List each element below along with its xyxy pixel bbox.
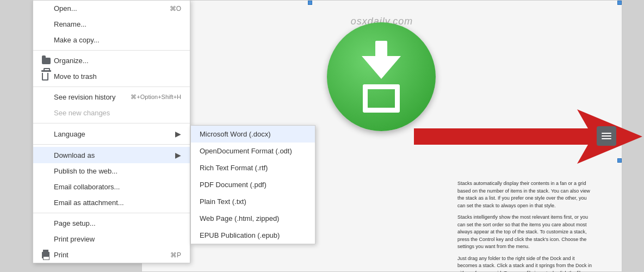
submenu-item-odt[interactable]: OpenDocument Format (.odt) (191, 143, 315, 159)
menu-item-print-preview-label: Print preview (54, 235, 95, 243)
menu-item-open[interactable]: Open... ⌘O (33, 1, 190, 16)
menu-item-email-collaborators-label: Email collaborators... (54, 183, 120, 191)
menu-item-see-revision-history-label: See revision history (54, 93, 115, 101)
menu-item-make-copy-label: Make a copy... (54, 36, 100, 44)
menu-item-print[interactable]: Print ⌘P (33, 247, 190, 263)
submenu-item-rtf-label: Rich Text Format (.rtf) (200, 164, 268, 172)
menu-item-print-shortcut: ⌘P (170, 251, 181, 259)
folder-icon (42, 58, 51, 64)
trash-icon (42, 73, 48, 81)
menu-item-email-collaborators[interactable]: Email collaborators... (33, 179, 190, 195)
submenu-item-html-label: Web Page (.html, zipped) (200, 214, 279, 222)
menu-item-publish-to-web[interactable]: Publish to the web... (33, 163, 190, 179)
menu-item-publish-to-web-label: Publish to the web... (54, 167, 117, 175)
menu-item-open-label: Open... (54, 4, 77, 13)
menu-item-language[interactable]: Language ▶ (33, 126, 190, 142)
download-as-submenu: Microsoft Word (.docx) OpenDocument Form… (190, 125, 315, 244)
menu-item-organize[interactable]: Organize... (33, 53, 190, 69)
submenu-item-docx[interactable]: Microsoft Word (.docx) (191, 126, 315, 143)
submenu-item-txt-label: Plain Text (.txt) (200, 197, 246, 206)
submenu-item-odt-label: OpenDocument Format (.odt) (200, 147, 292, 155)
context-menu: Open... ⌘O Rename... Make a copy... Orga… (33, 0, 190, 263)
submenu-item-pdf-label: PDF Document (.pdf) (200, 181, 267, 189)
menu-item-rename-label: Rename... (54, 20, 86, 28)
menu-item-make-copy[interactable]: Make a copy... (33, 32, 190, 48)
doc-text-area: Stacks automatically display their conte… (457, 180, 595, 272)
menu-item-move-to-trash-label: Move to trash (54, 72, 97, 81)
menu-item-language-label: Language (54, 130, 85, 138)
menu-item-open-shortcut: ⌘O (170, 5, 181, 13)
selection-handle-tr (617, 1, 622, 5)
menu-item-revision-shortcut: ⌘+Option+Shift+H (131, 94, 181, 101)
submenu-item-pdf[interactable]: PDF Document (.pdf) (191, 176, 315, 193)
chevron-right-download-icon: ▶ (175, 151, 181, 159)
submenu-item-docx-label: Microsoft Word (.docx) (200, 130, 271, 138)
chevron-right-icon: ▶ (175, 129, 181, 138)
menu-divider-1 (33, 50, 190, 51)
print-icon (42, 252, 49, 258)
menu-divider-4 (33, 144, 190, 145)
selection-handle-tl (308, 1, 312, 5)
menu-item-download-as[interactable]: Download as ▶ (33, 147, 190, 163)
menu-item-move-to-trash[interactable]: Move to trash (33, 69, 190, 84)
menu-item-page-setup[interactable]: Page setup... (33, 215, 190, 231)
submenu-item-rtf[interactable]: Rich Text Format (.rtf) (191, 159, 315, 176)
menu-divider-5 (33, 213, 190, 213)
submenu-item-txt[interactable]: Plain Text (.txt) (191, 193, 315, 210)
submenu-item-epub[interactable]: EPUB Publication (.epub) (191, 227, 315, 244)
menu-item-page-setup-label: Page setup... (54, 219, 96, 227)
menu-item-print-label: Print (54, 251, 69, 259)
menu-item-download-as-label: Download as (54, 151, 95, 159)
sidebar-toggle-icon[interactable] (597, 126, 616, 146)
menu-item-print-preview[interactable]: Print preview (33, 231, 190, 247)
menu-item-email-as-attachment-label: Email as attachment... (54, 199, 124, 207)
menu-item-see-revision-history[interactable]: See revision history ⌘+Option+Shift+H (33, 89, 190, 105)
menu-item-see-new-changes: See new changes (33, 105, 190, 121)
menu-item-email-as-attachment[interactable]: Email as attachment... (33, 195, 190, 211)
menu-divider-3 (33, 123, 190, 123)
menu-divider-2 (33, 86, 190, 87)
submenu-item-epub-label: EPUB Publication (.epub) (200, 231, 280, 239)
menu-item-organize-label: Organize... (54, 57, 89, 65)
menu-item-see-new-changes-label: See new changes (54, 109, 110, 117)
submenu-item-html[interactable]: Web Page (.html, zipped) (191, 210, 315, 227)
menu-item-rename[interactable]: Rename... (33, 16, 190, 32)
